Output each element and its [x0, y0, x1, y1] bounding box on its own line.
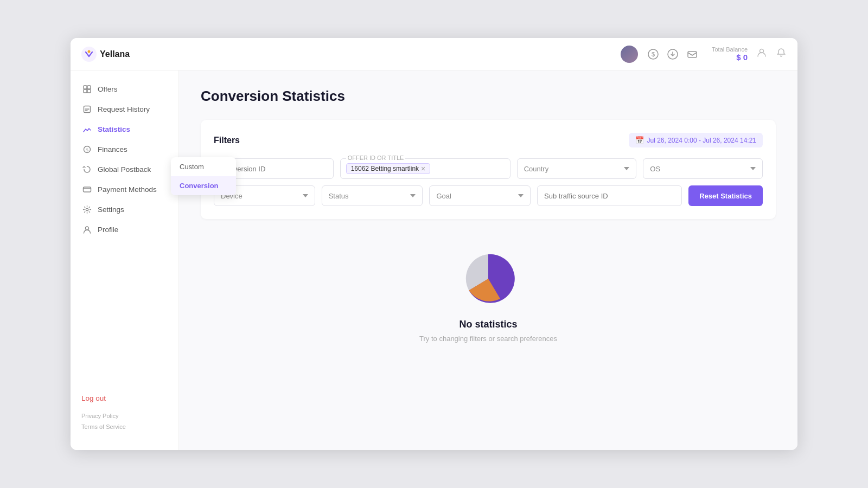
svg-rect-7	[84, 86, 87, 89]
svg-rect-5	[688, 52, 697, 57]
no-stats-title: No statistics	[459, 319, 517, 330]
statistics-submenu: Custom Conversion	[171, 157, 236, 195]
svg-point-15	[86, 208, 88, 210]
profile-icon	[81, 225, 92, 234]
finances-icon: $	[81, 145, 92, 154]
filter-row-2: Device Status Goal Reset Statistics	[214, 185, 763, 206]
status-select[interactable]: Status	[322, 185, 423, 206]
svg-rect-14	[83, 187, 91, 192]
app-window: Yellana $ Total Balance $ 0	[71, 38, 797, 450]
os-select[interactable]: OS	[643, 158, 763, 179]
empty-state: No statistics Try to changing filters or…	[201, 219, 776, 364]
download-icon[interactable]	[666, 48, 679, 61]
filters-title: Filters	[214, 136, 240, 145]
total-balance: Total Balance $ 0	[712, 46, 748, 62]
main-content: Conversion Statistics Filters 📅 Jul 26, …	[179, 70, 797, 450]
svg-point-16	[85, 227, 88, 230]
user-icon[interactable]	[756, 47, 767, 61]
date-range-badge[interactable]: 📅 Jul 26, 2024 0:00 - Jul 26, 2024 14:21	[629, 133, 763, 147]
sidebar-label-request-history: Request History	[98, 105, 150, 113]
pie-chart	[461, 252, 515, 306]
terms-of-service-link[interactable]: Terms of Service	[81, 422, 168, 433]
avatar	[621, 46, 638, 63]
sidebar-item-request-history[interactable]: Request History	[71, 99, 178, 119]
offer-id-input-wrapper[interactable]: OFFER ID OR TITLE 16062 Betting smartlin…	[340, 158, 510, 179]
offer-tag-close-icon[interactable]: ×	[421, 165, 425, 172]
sidebar-label-offers: Offers	[98, 85, 118, 93]
logo: Yellana	[81, 47, 130, 62]
filters-header: Filters 📅 Jul 26, 2024 0:00 - Jul 26, 20…	[214, 133, 763, 147]
sidebar-item-payment-methods[interactable]: Payment Methods	[71, 179, 178, 200]
offer-id-label: OFFER ID OR TITLE	[346, 155, 406, 161]
total-balance-amount: $ 0	[712, 53, 748, 62]
reset-statistics-button[interactable]: Reset Statistics	[688, 185, 763, 206]
goal-select[interactable]: Goal	[429, 185, 531, 206]
statistics-icon	[81, 125, 92, 134]
svg-text:$: $	[652, 51, 655, 57]
submenu-item-conversion[interactable]: Conversion	[171, 176, 236, 195]
settings-icon	[81, 205, 92, 214]
sidebar-item-finances[interactable]: $ Finances	[71, 139, 178, 159]
total-balance-label: Total Balance	[712, 46, 748, 53]
logo-text: Yellana	[100, 49, 130, 59]
sidebar: Offers Request History Statistics	[71, 70, 179, 450]
sub-traffic-input[interactable]	[537, 185, 682, 206]
svg-text:$: $	[86, 147, 88, 152]
filters-section: Filters 📅 Jul 26, 2024 0:00 - Jul 26, 20…	[201, 120, 776, 219]
sidebar-bottom-links: Privacy Policy Terms of Service	[71, 407, 178, 441]
page-title: Conversion Statistics	[201, 88, 776, 105]
mail-icon[interactable]	[686, 48, 699, 61]
submenu-item-custom[interactable]: Custom	[171, 157, 236, 176]
logout-button[interactable]: Log out	[81, 394, 168, 402]
sidebar-item-statistics[interactable]: Statistics	[71, 119, 178, 139]
sidebar-item-global-postback[interactable]: Global Postback	[71, 159, 178, 179]
filter-row-1: OFFER ID OR TITLE 16062 Betting smartlin…	[214, 158, 763, 179]
global-postback-icon	[81, 165, 92, 174]
svg-rect-9	[84, 89, 87, 93]
request-history-icon	[81, 105, 92, 114]
offer-tag: 16062 Betting smartlink ×	[346, 163, 431, 174]
dollar-icon[interactable]: $	[647, 48, 660, 61]
sidebar-item-profile[interactable]: Profile	[71, 220, 178, 240]
privacy-policy-link[interactable]: Privacy Policy	[81, 411, 168, 422]
header-icons: $	[647, 48, 699, 61]
sidebar-label-payment-methods: Payment Methods	[98, 185, 157, 194]
country-select[interactable]: Country	[517, 158, 637, 179]
header: Yellana $ Total Balance $ 0	[71, 38, 797, 70]
calendar-icon: 📅	[635, 136, 644, 144]
offers-icon	[81, 85, 92, 94]
svg-point-0	[81, 47, 97, 62]
svg-point-1	[88, 50, 91, 53]
sidebar-item-offers[interactable]: Offers	[71, 79, 178, 99]
sidebar-label-profile: Profile	[98, 226, 118, 234]
sidebar-footer: Log out	[71, 386, 178, 407]
offer-tag-value: 16062 Betting smartlink	[351, 165, 419, 172]
sidebar-label-finances: Finances	[98, 145, 127, 153]
logo-icon	[81, 47, 97, 62]
svg-rect-8	[87, 86, 91, 89]
bell-icon[interactable]	[776, 47, 787, 61]
sidebar-label-settings: Settings	[98, 206, 124, 214]
sidebar-label-global-postback: Global Postback	[98, 165, 151, 174]
sidebar-nav: Offers Request History Statistics	[71, 79, 178, 386]
body: Offers Request History Statistics	[71, 70, 797, 450]
sidebar-item-settings[interactable]: Settings	[71, 200, 178, 220]
svg-rect-10	[87, 89, 91, 93]
no-stats-subtitle: Try to changing filters or search prefer…	[419, 335, 557, 343]
payment-methods-icon	[81, 185, 92, 194]
date-range-text: Jul 26, 2024 0:00 - Jul 26, 2024 14:21	[647, 137, 757, 144]
sidebar-label-statistics: Statistics	[98, 125, 130, 133]
header-right: $ Total Balance $ 0	[621, 46, 787, 63]
